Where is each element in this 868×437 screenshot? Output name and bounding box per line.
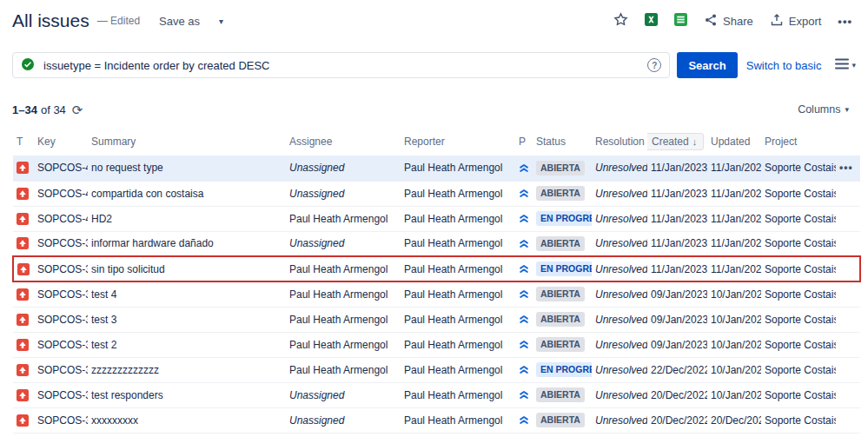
status-badge: ABIERTA [536, 287, 585, 301]
jql-search-box[interactable]: ? [12, 52, 670, 78]
issue-key-cell[interactable]: SOPCOS-38 [34, 256, 88, 281]
reporter-cell: Paul Heath Armengol [401, 231, 515, 256]
issue-summary-cell[interactable]: no request type [88, 156, 286, 181]
type-cell [13, 407, 34, 433]
search-button[interactable]: Search [677, 52, 737, 78]
syntax-help-icon[interactable]: ? [647, 58, 661, 72]
reporter-cell: Paul Heath Armengol [401, 307, 515, 332]
issue-key-cell[interactable]: SOPCOS-36 [34, 307, 88, 332]
column-header-updated[interactable]: Updated [707, 130, 761, 156]
table-row[interactable]: SOPCOS-38 sin tipo solicitud Paul Heath … [13, 256, 860, 281]
table-row[interactable]: SOPCOS-36 test 3 Paul Heath Armengol Pau… [13, 307, 860, 332]
resolution-cell: Unresolved [592, 181, 647, 206]
priority-medium-icon [519, 414, 529, 426]
resolution-cell: Unresolved [592, 357, 647, 382]
column-header-project[interactable]: Project [761, 130, 836, 156]
issue-summary-cell[interactable]: test 4 [88, 281, 286, 307]
column-header-reporter[interactable]: Reporter [401, 130, 515, 156]
issue-key-cell[interactable]: SOPCOS-35 [34, 332, 88, 357]
more-actions-button[interactable]: ••• [836, 13, 854, 30]
status-badge: ABIERTA [536, 413, 585, 427]
type-cell [13, 231, 34, 256]
updated-cell: 11/Jan/2023 [707, 206, 761, 231]
jql-query-input[interactable] [42, 58, 640, 73]
status-cell: ABIERTA [533, 407, 592, 433]
created-label: Created [652, 136, 689, 148]
columns-label: Columns [798, 103, 840, 116]
row-more-actions-button[interactable]: ••• [839, 162, 853, 174]
issue-key-cell[interactable]: SOPCOS-40 [34, 206, 88, 231]
updated-cell: 10/Jan/2023 [707, 382, 761, 407]
view-options-button[interactable]: ▾ [835, 58, 856, 72]
export-sheets-button[interactable] [673, 11, 689, 30]
issue-summary-cell[interactable]: test responders [88, 382, 286, 407]
column-header-key[interactable]: Key [34, 130, 88, 156]
issue-summary-cell[interactable]: test 2 [88, 332, 286, 357]
priority-medium-icon [519, 263, 529, 275]
issue-summary-cell[interactable]: xxxxxxxxx [88, 407, 286, 433]
column-header-type[interactable]: T [13, 130, 34, 156]
project-cell: Soporte Costaisa [761, 156, 836, 181]
table-row[interactable]: SOPCOS-31 xxxxxxxxx Unassigned Paul Heat… [13, 407, 860, 433]
table-row[interactable]: SOPCOS-37 test 4 Paul Heath Armengol Pau… [13, 281, 860, 307]
chevron-down-icon: ▾ [845, 105, 849, 114]
row-actions-cell: ••• [836, 332, 860, 357]
incident-type-icon [17, 314, 30, 326]
issue-summary-cell[interactable]: zzzzzzzzzzzzz [88, 357, 286, 382]
table-row[interactable]: SOPCOS-42 no request type Unassigned Pau… [13, 156, 860, 181]
assignee-cell: Unassigned [286, 407, 401, 433]
export-label: Export [789, 15, 822, 28]
column-header-priority[interactable]: P [515, 130, 533, 156]
issue-key-cell[interactable]: SOPCOS-39 [34, 231, 88, 256]
priority-cell [515, 357, 533, 382]
issue-key-cell[interactable]: SOPCOS-31 [34, 407, 88, 433]
incident-type-icon [17, 213, 30, 225]
updated-cell: 11/Jan/2023 [707, 156, 761, 181]
favorite-star-button[interactable] [612, 10, 630, 31]
row-actions-cell: ••• [836, 407, 860, 433]
status-badge: ABIERTA [536, 387, 585, 402]
table-row[interactable]: SOPCOS-32 test responders Unassigned Pau… [13, 382, 860, 407]
results-total: of 34 [41, 103, 66, 116]
issue-summary-cell[interactable]: HD2 [88, 206, 286, 231]
save-as-button[interactable]: Save as ▾ [159, 15, 223, 28]
table-row[interactable]: SOPCOS-33 zzzzzzzzzzzzz Paul Heath Armen… [13, 357, 860, 382]
export-excel-button[interactable] [643, 11, 659, 30]
status-cell: ABIERTA [533, 281, 592, 307]
issue-summary-cell[interactable]: informar hardware dañado [88, 231, 286, 256]
issue-key-cell[interactable]: SOPCOS-37 [34, 281, 88, 307]
column-header-assignee[interactable]: Assignee [286, 130, 401, 156]
priority-medium-icon [519, 339, 529, 350]
export-button[interactable]: Export [768, 11, 824, 31]
list-view-icon [835, 58, 849, 72]
updated-cell: 11/Jan/2023 [707, 256, 761, 281]
issue-key-cell[interactable]: SOPCOS-32 [34, 382, 88, 407]
share-button[interactable]: Share [702, 11, 755, 31]
column-header-created[interactable]: Created ↓ [647, 130, 707, 156]
switch-to-basic-link[interactable]: Switch to basic [746, 59, 822, 72]
export-icon [770, 13, 784, 30]
column-header-status[interactable]: Status [533, 130, 592, 156]
table-row[interactable]: SOPCOS-41 compartida con costaisa Unassi… [13, 181, 860, 206]
refresh-icon[interactable]: ⟳ [72, 103, 83, 116]
issue-summary-cell[interactable]: sin tipo solicitud [88, 256, 286, 281]
row-actions-cell: ••• [836, 281, 860, 307]
issue-key-cell[interactable]: SOPCOS-41 [34, 181, 88, 206]
table-row[interactable]: SOPCOS-35 test 2 Paul Heath Armengol Pau… [13, 332, 860, 357]
project-cell: Soporte Costaisa [761, 357, 836, 382]
row-actions-cell: ••• [836, 357, 860, 382]
resolution-cell: Unresolved [592, 407, 647, 433]
table-row[interactable]: SOPCOS-39 informar hardware dañado Unass… [13, 231, 860, 256]
incident-type-icon [17, 288, 30, 301]
issue-key-cell[interactable]: SOPCOS-33 [34, 357, 88, 382]
table-row[interactable]: SOPCOS-40 HD2 Paul Heath Armengol Paul H… [13, 206, 860, 231]
created-cell: 11/Jan/2023 [647, 181, 707, 206]
issue-key-cell[interactable]: SOPCOS-42 [34, 156, 88, 181]
created-cell: 11/Jan/2023 [647, 256, 707, 281]
issue-summary-cell[interactable]: test 3 [88, 307, 286, 332]
column-header-summary[interactable]: Summary [88, 130, 286, 156]
priority-cell [515, 281, 533, 307]
column-header-resolution[interactable]: Resolution [592, 130, 647, 156]
issue-summary-cell[interactable]: compartida con costaisa [88, 181, 286, 206]
columns-dropdown[interactable]: Columns ▾ [792, 103, 854, 116]
